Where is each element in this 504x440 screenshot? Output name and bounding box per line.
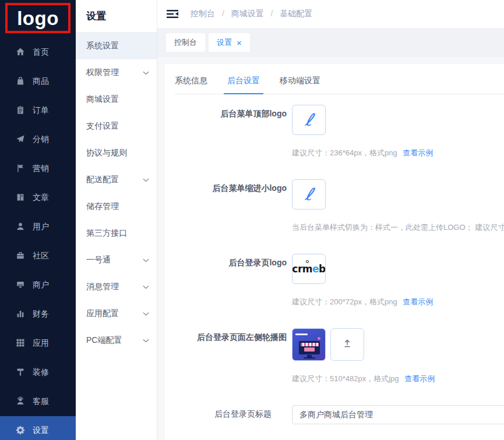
sidebar-item[interactable]: 营销 [0, 154, 76, 183]
view-example-link[interactable]: 查看示例 [403, 148, 433, 157]
carousel-thumbnail[interactable] [292, 328, 326, 361]
field-label: 后台菜单顶部logo [175, 105, 287, 119]
orders-icon [16, 105, 25, 116]
settings-icon [16, 425, 25, 437]
submenu-item-label: 系统设置 [86, 41, 119, 51]
breadcrumb-item[interactable]: 商城设置 [231, 9, 264, 18]
decoration-icon [16, 367, 25, 378]
field-hint: 当后台菜单样式切换为：样式一，此处需上传LOGO； 建议尺寸 [292, 222, 504, 233]
sidebar-item[interactable]: 商户 [0, 271, 76, 300]
users-icon [16, 222, 25, 233]
submenu-item-label: 配送配置 [86, 175, 119, 185]
submenu-item[interactable]: 储存管理 [76, 193, 157, 220]
tab-admin-settings[interactable]: 后台设置 [227, 76, 260, 86]
tag-console[interactable]: 控制台 [166, 33, 205, 52]
tab-mobile-settings[interactable]: 移动端设置 [280, 76, 320, 86]
submenu-item-label: 权限管理 [86, 68, 119, 78]
login-logo-upload[interactable]: crmeb [292, 254, 326, 284]
sidebar-item[interactable]: 订单 [0, 96, 76, 125]
sidebar-item[interactable]: 用户 [0, 212, 76, 242]
submenu-item[interactable]: 支付设置 [76, 113, 157, 140]
submenu-item-label: 应用配置 [86, 308, 119, 319]
sidebar-item-label: 社区 [33, 251, 49, 261]
tag-settings[interactable]: 设置 × [209, 33, 250, 52]
hint-text: 当后台菜单样式切换为：样式一，此处需上传LOGO； 建议尺寸 [292, 223, 504, 232]
submenu-item[interactable]: 第三方接口 [76, 220, 157, 247]
field-hint: 建议尺寸：236*64px，格式png 查看示例 [292, 148, 433, 158]
field-label: 后台登录页面左侧轮播图 [175, 328, 287, 343]
field-label: 后台登录页标题 [175, 405, 287, 420]
breadcrumb-separator: / [222, 9, 224, 18]
submenu-item[interactable]: 消息管理 [76, 274, 157, 300]
submenu-item[interactable]: 一号通 [76, 247, 157, 274]
submenu-item-label: 商城设置 [86, 94, 119, 105]
field-hint: 建议尺寸：200*72px，格式png 查看示例 [292, 297, 433, 307]
tag-label: 设置 [217, 37, 232, 48]
carousel-upload-button[interactable] [330, 328, 364, 361]
sidebar-item[interactable]: 首页 [0, 38, 76, 67]
chevron-down-icon [143, 285, 149, 289]
sidebar-item-label: 文章 [33, 193, 49, 203]
community-icon [16, 251, 25, 262]
login-title-input[interactable] [292, 405, 504, 424]
sidebar-item[interactable]: 财务 [0, 300, 76, 329]
close-icon[interactable]: × [237, 38, 242, 47]
chevron-down-icon [143, 339, 149, 343]
view-example-link[interactable]: 查看示例 [403, 297, 433, 306]
breadcrumb-item[interactable]: 基础配置 [280, 9, 312, 18]
submenu-item-label: 第三方接口 [86, 228, 127, 239]
topbar: 控制台 / 商城设置 / 基础配置 [157, 0, 504, 28]
submenu-item[interactable]: 权限管理 [76, 59, 157, 86]
submenu-item[interactable]: PC端配置 [76, 327, 157, 354]
menu-fold-icon[interactable] [166, 9, 179, 19]
sidebar-item-label: 用户 [33, 222, 49, 232]
sidebar-item[interactable]: 文章 [0, 183, 76, 212]
main-nav: 首页 商品 订单 分销 营销 文章 用户 [0, 38, 76, 440]
submenu-item[interactable]: 配送配置 [76, 166, 157, 193]
settings-card: 系统信息 后台设置 移动端设置 后台菜单顶部logo ℓ 建议尺寸：23 [165, 64, 504, 440]
tag-label: 控制台 [174, 37, 197, 48]
sidebar-item-label: 应用 [33, 338, 49, 349]
sidebar-item[interactable]: 客服 [0, 387, 76, 416]
settings-submenu: 设置 系统设置 权限管理 商城设置 支付设置 协议与规则 [76, 0, 157, 440]
submenu-item[interactable]: 协议与规则 [76, 140, 157, 166]
breadcrumb-item[interactable]: 控制台 [191, 9, 215, 18]
hint-text: 建议尺寸：510*482px，格式jpg [292, 374, 399, 383]
submenu-item-label: 支付设置 [86, 121, 119, 132]
breadcrumb: 控制台 / 商城设置 / 基础配置 [191, 9, 312, 19]
form-row-login-logo: 后台登录页logo crmeb 建议尺寸：200*72px，格式png 查看示例 [175, 254, 504, 307]
view-example-link[interactable]: 查看示例 [404, 374, 435, 383]
logo-e-glyph: ℓ [304, 111, 313, 129]
submenu-item[interactable]: 系统设置 [76, 33, 157, 59]
sidebar-item[interactable]: 应用 [0, 329, 76, 358]
sidebar-item[interactable]: 商品 [0, 67, 76, 96]
submenu-list: 系统设置 权限管理 商城设置 支付设置 协议与规则 配送配置 [76, 33, 157, 354]
articles-icon [16, 193, 25, 204]
submenu-item[interactable]: 应用配置 [76, 300, 157, 327]
crmeb-logo: crmeb [292, 263, 325, 275]
form-row-menu-small-logo: 后台菜单缩进小logo ℓ 当后台菜单样式切换为：样式一，此处需上传LOGO； … [175, 179, 504, 233]
app-layout: logo 首页 商品 订单 分销 营销 [0, 0, 504, 440]
menu-top-logo-upload[interactable]: ℓ [292, 105, 326, 135]
sidebar-item-label: 客服 [33, 396, 49, 407]
field-label: 后台登录页logo [175, 254, 287, 268]
chevron-down-icon [143, 178, 149, 182]
field-hint: 建议尺寸：510*482px，格式jpg 查看示例 [292, 374, 435, 384]
form-row-login-carousel: 后台登录页面左侧轮播图 [175, 328, 504, 384]
distribution-icon [16, 134, 25, 146]
form-row-menu-top-logo: 后台菜单顶部logo ℓ 建议尺寸：236*64px，格式png 查看示例 [175, 105, 504, 158]
settings-form: 后台菜单顶部logo ℓ 建议尺寸：236*64px，格式png 查看示例 [175, 94, 504, 424]
menu-small-logo-upload[interactable]: ℓ [292, 179, 326, 210]
content-tabs: 系统信息 后台设置 移动端设置 [175, 76, 504, 94]
sidebar-item-label: 首页 [33, 47, 49, 58]
submenu-item[interactable]: 商城设置 [76, 86, 157, 113]
sidebar-item[interactable]: 装修 [0, 358, 76, 387]
tab-system-info[interactable]: 系统信息 [175, 76, 207, 86]
sidebar-item[interactable]: 分销 [0, 125, 76, 154]
sidebar-item[interactable]: 设置 [0, 416, 76, 440]
sidebar-item-label: 营销 [33, 164, 49, 174]
hint-text: 建议尺寸：236*64px，格式png [292, 148, 397, 157]
sidebar-item[interactable]: 社区 [0, 242, 76, 271]
submenu-item-label: 一号通 [86, 255, 111, 265]
sidebar-item-label: 财务 [33, 309, 49, 320]
